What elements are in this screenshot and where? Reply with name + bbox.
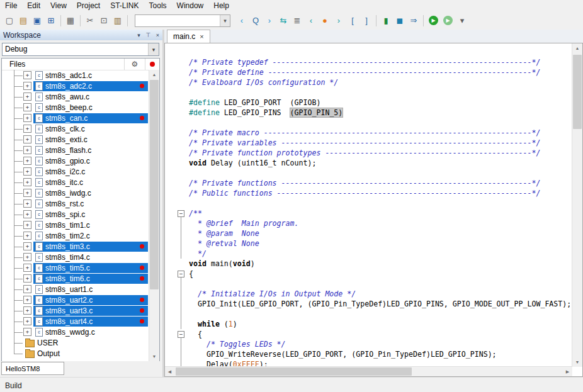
code-text[interactable]: /* Private function prototypes ---------…: [189, 148, 540, 158]
code-line[interactable]: /* Toggles LEDs */: [165, 339, 572, 349]
tree-row-selected[interactable]: cstm8s_uart3.c: [33, 306, 148, 316]
expand-icon[interactable]: +: [23, 264, 31, 272]
save-icon[interactable]: ▣: [31, 14, 43, 27]
tree-row-selected[interactable]: cstm8s_tim6.c: [33, 274, 148, 284]
code-line[interactable]: #define LED_GPIO_PINS (GPIO_PIN_5): [165, 108, 572, 118]
code-text[interactable]: void Delay (uint16_t nCount);: [189, 158, 316, 168]
file-label[interactable]: stm8s_tim2.c: [45, 232, 90, 240]
configuration-select[interactable]: Debug ▾: [2, 43, 159, 56]
tree-row-body[interactable]: cstm8s_awu.c: [33, 92, 148, 102]
code-line[interactable]: /* Public functions --------------------…: [165, 188, 572, 198]
tree-row-body[interactable]: cstm8s_tim4.c: [33, 252, 148, 262]
tree-row-selected[interactable]: cstm8s_uart2.c: [33, 295, 148, 305]
code-line[interactable]: #define LED_GPIO_PORT (GPIOB): [165, 98, 572, 108]
tab-main-c[interactable]: main.c ×: [167, 30, 210, 43]
expand-icon[interactable]: +: [23, 317, 31, 325]
menu-file[interactable]: File: [0, 1, 22, 11]
tree-row[interactable]: +cstm8s_spi.c: [2, 209, 159, 220]
code-text[interactable]: [189, 309, 198, 319]
expand-icon[interactable]: +: [23, 189, 31, 197]
expand-icon[interactable]: +: [23, 167, 31, 176]
tree-row-body[interactable]: cstm8s_itc.c: [33, 177, 148, 188]
file-label[interactable]: stm8s_awu.c: [45, 92, 89, 101]
expand-icon[interactable]: +: [23, 274, 31, 283]
tree-row-body[interactable]: cstm8s_wwdg.c: [33, 327, 148, 337]
code-line[interactable]: GPIO_WriteReverse(LED_GPIO_PORT, (GPIO_P…: [165, 349, 572, 359]
tree-row[interactable]: +cstm8s_adc1.c: [2, 70, 159, 81]
tree-row-body[interactable]: cstm8s_gpio.c: [33, 156, 148, 166]
tree-row[interactable]: +cstm8s_uart3.c: [2, 305, 159, 316]
editor-vscroll-thumb[interactable]: [573, 55, 582, 129]
expand-icon[interactable]: +: [23, 125, 31, 133]
package-icon[interactable]: ◼: [393, 14, 406, 27]
file-label[interactable]: stm8s_uart1.c: [45, 285, 93, 294]
file-label[interactable]: stm8s_beep.c: [45, 103, 93, 112]
code-text[interactable]: void main(void): [189, 259, 255, 269]
code-line[interactable]: GPIO_Init(LED_GPIO_PORT, (GPIO_Pin_TypeD…: [165, 299, 572, 309]
settings-cell[interactable]: ⚙: [124, 59, 145, 70]
tree-row-body[interactable]: cstm8s_rst.c: [33, 199, 148, 209]
expand-icon[interactable]: +: [23, 210, 31, 218]
tree-row-selected[interactable]: cstm8s_tim5.c: [33, 263, 148, 273]
run-external-icon[interactable]: ▶: [443, 16, 453, 25]
code-line[interactable]: /* Private functions -------------------…: [165, 178, 572, 188]
code-text[interactable]: /* Private variables -------------------…: [189, 138, 540, 148]
expand-icon[interactable]: +: [23, 92, 31, 101]
code-text[interactable]: /* Toggles LEDs */: [189, 339, 286, 349]
code-line[interactable]: −/**: [165, 208, 572, 218]
tree-row-body[interactable]: Output: [23, 349, 148, 359]
code-text[interactable]: /* Private define ----------------------…: [189, 67, 540, 77]
tree-row-body[interactable]: USER: [23, 338, 148, 348]
file-label[interactable]: Output: [37, 349, 60, 358]
expand-icon[interactable]: +: [23, 199, 31, 208]
expand-icon[interactable]: +: [23, 296, 31, 304]
scroll-right-icon[interactable]: ▶: [563, 367, 572, 376]
menu-help[interactable]: Help: [208, 1, 234, 11]
file-label[interactable]: stm8s_i2c.c: [45, 167, 85, 176]
code-text[interactable]: /* Initialize I/Os in Output Mode */: [189, 289, 356, 299]
menu-view[interactable]: View: [45, 1, 72, 11]
expand-icon[interactable]: +: [23, 114, 31, 122]
fold-gutter[interactable]: −: [165, 329, 189, 339]
code-text[interactable]: /* Private functions -------------------…: [189, 178, 540, 188]
tree-row[interactable]: +cstm8s_uart2.c: [2, 294, 159, 305]
code-line[interactable]: [165, 309, 572, 319]
code-line[interactable]: [165, 118, 572, 128]
code-text[interactable]: {: [189, 329, 202, 339]
tree-row[interactable]: +cstm8s_beep.c: [2, 102, 159, 113]
file-label[interactable]: stm8s_tim5.c: [45, 264, 90, 272]
paste-icon[interactable]: ▥: [111, 14, 124, 27]
download-icon[interactable]: ⇒: [407, 14, 420, 27]
tree-row[interactable]: +cstm8s_tim1.c: [2, 220, 159, 230]
code-text[interactable]: * @param None: [189, 228, 259, 238]
tree-row[interactable]: +cstm8s_wwdg.c: [2, 327, 159, 337]
next-ref-icon[interactable]: ›: [332, 14, 345, 27]
expand-icon[interactable]: +: [23, 285, 31, 293]
block-start-icon[interactable]: [: [346, 14, 359, 27]
search-icon[interactable]: Q: [249, 14, 262, 27]
code-line[interactable]: [165, 168, 572, 178]
code-text[interactable]: * @brief Main program.: [189, 218, 299, 228]
expand-icon[interactable]: +: [23, 146, 31, 154]
tree-row[interactable]: +cstm8s_clk.c: [2, 123, 159, 134]
scroll-left-icon[interactable]: ◀: [165, 367, 174, 376]
code-text[interactable]: #define LED_GPIO_PINS (GPIO_PIN_5): [189, 108, 342, 118]
tree-row[interactable]: +cstm8s_can.c: [2, 113, 159, 123]
tree-row[interactable]: +cstm8s_i2c.c: [2, 166, 159, 177]
tree-row-body[interactable]: cstm8s_uart1.c: [33, 284, 148, 294]
copy-icon[interactable]: ⊡: [98, 14, 110, 27]
code-text[interactable]: while (1): [189, 319, 237, 329]
tree-row-body[interactable]: cstm8s_beep.c: [33, 103, 148, 113]
chevron-down-icon[interactable]: ▾: [220, 15, 230, 26]
file-label[interactable]: stm8s_uart4.c: [45, 317, 93, 326]
panel-menu-icon[interactable]: ▾: [134, 32, 144, 38]
list-icon[interactable]: ≣: [291, 14, 303, 27]
run-icon[interactable]: ▶: [429, 16, 438, 25]
code-line[interactable]: /* Private macro -----------------------…: [165, 128, 572, 138]
scroll-up-icon[interactable]: ▲: [149, 70, 159, 79]
tree-row[interactable]: +cstm8s_uart4.c: [2, 316, 159, 327]
chevron-down-icon[interactable]: ▾: [148, 43, 159, 55]
code-text[interactable]: /* Public functions --------------------…: [189, 188, 540, 198]
tree-row-body[interactable]: cstm8s_tim2.c: [33, 231, 148, 241]
file-label[interactable]: stm8s_rst.c: [45, 199, 84, 208]
